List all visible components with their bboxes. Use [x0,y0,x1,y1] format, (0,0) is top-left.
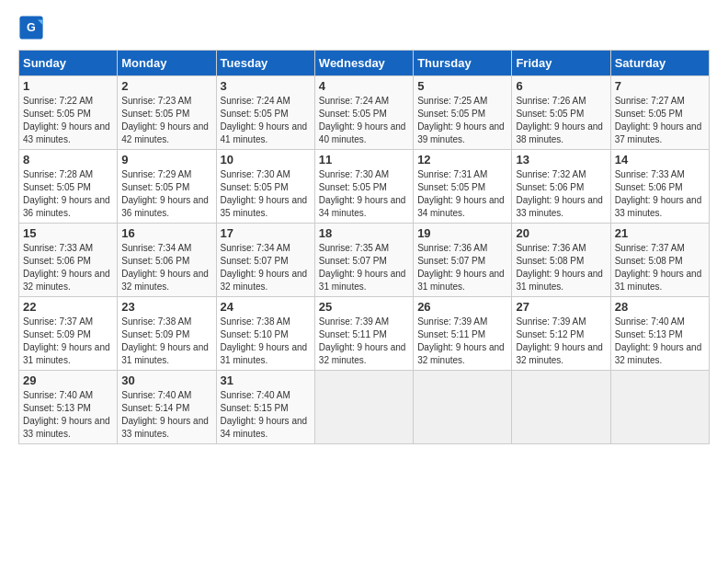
day-number: 13 [516,153,606,167]
day-number: 24 [221,300,311,314]
calendar-cell: 24Sunrise: 7:38 AM Sunset: 5:10 PM Dayli… [216,297,314,371]
day-info: Sunrise: 7:31 AM Sunset: 5:05 PM Dayligh… [417,168,507,220]
day-info: Sunrise: 7:33 AM Sunset: 5:06 PM Dayligh… [615,168,705,220]
day-number: 30 [121,373,211,387]
day-info: Sunrise: 7:36 AM Sunset: 5:07 PM Dayligh… [417,242,507,293]
day-info: Sunrise: 7:40 AM Sunset: 5:13 PM Dayligh… [615,316,705,367]
day-info: Sunrise: 7:30 AM Sunset: 5:05 PM Dayligh… [319,168,409,220]
day-info: Sunrise: 7:39 AM Sunset: 5:12 PM Dayligh… [516,316,606,367]
calendar-cell: 8Sunrise: 7:28 AM Sunset: 5:05 PM Daylig… [19,150,118,224]
day-number: 11 [319,153,409,167]
day-number: 5 [417,79,507,93]
day-number: 23 [121,300,211,314]
day-number: 4 [319,79,409,93]
calendar-cell: 7Sunrise: 7:27 AM Sunset: 5:05 PM Daylig… [610,76,709,150]
logo-icon: G [18,15,44,40]
day-info: Sunrise: 7:37 AM Sunset: 5:09 PM Dayligh… [23,316,113,367]
calendar-cell [414,371,512,444]
weekday-header: Saturday [610,51,709,76]
day-info: Sunrise: 7:34 AM Sunset: 5:06 PM Dayligh… [121,242,211,293]
calendar-cell: 26Sunrise: 7:39 AM Sunset: 5:11 PM Dayli… [414,297,512,371]
calendar-cell: 1Sunrise: 7:22 AM Sunset: 5:05 PM Daylig… [19,76,118,150]
header-row: G [18,15,710,40]
day-number: 19 [417,226,507,240]
day-info: Sunrise: 7:23 AM Sunset: 5:05 PM Dayligh… [121,95,211,146]
calendar-cell: 31Sunrise: 7:40 AM Sunset: 5:15 PM Dayli… [216,371,314,444]
calendar-week-row: 29Sunrise: 7:40 AM Sunset: 5:13 PM Dayli… [19,371,710,444]
day-info: Sunrise: 7:39 AM Sunset: 5:11 PM Dayligh… [319,316,409,367]
weekday-header: Tuesday [216,51,314,76]
calendar-cell: 11Sunrise: 7:30 AM Sunset: 5:05 PM Dayli… [314,150,413,224]
weekday-header: Friday [512,51,610,76]
logo: G [18,15,48,40]
calendar-cell: 27Sunrise: 7:39 AM Sunset: 5:12 PM Dayli… [512,297,610,371]
weekday-header: Wednesday [314,51,413,76]
day-number: 20 [516,226,606,240]
calendar-cell: 14Sunrise: 7:33 AM Sunset: 5:06 PM Dayli… [610,150,709,224]
calendar-week-row: 8Sunrise: 7:28 AM Sunset: 5:05 PM Daylig… [19,150,710,224]
day-number: 22 [23,300,113,314]
day-number: 25 [319,300,409,314]
day-number: 31 [221,373,311,387]
day-info: Sunrise: 7:26 AM Sunset: 5:05 PM Dayligh… [516,95,606,146]
day-number: 27 [516,300,606,314]
calendar-cell: 22Sunrise: 7:37 AM Sunset: 5:09 PM Dayli… [19,297,118,371]
calendar-table: SundayMondayTuesdayWednesdayThursdayFrid… [18,50,710,444]
day-info: Sunrise: 7:40 AM Sunset: 5:14 PM Dayligh… [121,389,211,441]
day-info: Sunrise: 7:39 AM Sunset: 5:11 PM Dayligh… [417,316,507,367]
calendar-container: G SundayMondayTuesdayWednesdayThursdayFr… [0,0,728,454]
calendar-cell: 13Sunrise: 7:32 AM Sunset: 5:06 PM Dayli… [512,150,610,224]
calendar-cell: 9Sunrise: 7:29 AM Sunset: 5:05 PM Daylig… [118,150,216,224]
day-info: Sunrise: 7:37 AM Sunset: 5:08 PM Dayligh… [615,242,705,293]
day-number: 7 [615,79,705,93]
day-number: 17 [221,226,311,240]
day-number: 21 [615,226,705,240]
day-info: Sunrise: 7:40 AM Sunset: 5:13 PM Dayligh… [23,389,113,441]
day-info: Sunrise: 7:24 AM Sunset: 5:05 PM Dayligh… [221,95,311,146]
day-info: Sunrise: 7:27 AM Sunset: 5:05 PM Dayligh… [615,95,705,146]
day-info: Sunrise: 7:30 AM Sunset: 5:05 PM Dayligh… [221,168,311,220]
calendar-week-row: 1Sunrise: 7:22 AM Sunset: 5:05 PM Daylig… [19,76,710,150]
calendar-cell: 21Sunrise: 7:37 AM Sunset: 5:08 PM Dayli… [610,224,709,297]
day-number: 15 [23,226,113,240]
day-number: 1 [23,79,113,93]
calendar-cell: 10Sunrise: 7:30 AM Sunset: 5:05 PM Dayli… [216,150,314,224]
calendar-cell: 25Sunrise: 7:39 AM Sunset: 5:11 PM Dayli… [314,297,413,371]
calendar-cell: 2Sunrise: 7:23 AM Sunset: 5:05 PM Daylig… [118,76,216,150]
calendar-header: SundayMondayTuesdayWednesdayThursdayFrid… [19,51,710,76]
day-number: 14 [615,153,705,167]
day-number: 3 [221,79,311,93]
day-number: 26 [417,300,507,314]
day-info: Sunrise: 7:33 AM Sunset: 5:06 PM Dayligh… [23,242,113,293]
calendar-cell: 29Sunrise: 7:40 AM Sunset: 5:13 PM Dayli… [19,371,118,444]
calendar-cell: 6Sunrise: 7:26 AM Sunset: 5:05 PM Daylig… [512,76,610,150]
calendar-week-row: 22Sunrise: 7:37 AM Sunset: 5:09 PM Dayli… [19,297,710,371]
day-info: Sunrise: 7:24 AM Sunset: 5:05 PM Dayligh… [319,95,409,146]
calendar-cell: 12Sunrise: 7:31 AM Sunset: 5:05 PM Dayli… [414,150,512,224]
day-info: Sunrise: 7:38 AM Sunset: 5:09 PM Dayligh… [121,316,211,367]
day-info: Sunrise: 7:25 AM Sunset: 5:05 PM Dayligh… [417,95,507,146]
calendar-cell: 17Sunrise: 7:34 AM Sunset: 5:07 PM Dayli… [216,224,314,297]
calendar-cell: 15Sunrise: 7:33 AM Sunset: 5:06 PM Dayli… [19,224,118,297]
day-number: 29 [23,373,113,387]
day-number: 28 [615,300,705,314]
weekday-header: Sunday [19,51,118,76]
day-info: Sunrise: 7:38 AM Sunset: 5:10 PM Dayligh… [221,316,311,367]
calendar-cell: 4Sunrise: 7:24 AM Sunset: 5:05 PM Daylig… [314,76,413,150]
day-info: Sunrise: 7:29 AM Sunset: 5:05 PM Dayligh… [121,168,211,220]
day-number: 16 [121,226,211,240]
calendar-cell [512,371,610,444]
calendar-cell: 18Sunrise: 7:35 AM Sunset: 5:07 PM Dayli… [314,224,413,297]
day-number: 2 [121,79,211,93]
day-number: 6 [516,79,606,93]
calendar-cell: 20Sunrise: 7:36 AM Sunset: 5:08 PM Dayli… [512,224,610,297]
day-info: Sunrise: 7:36 AM Sunset: 5:08 PM Dayligh… [516,242,606,293]
calendar-cell: 23Sunrise: 7:38 AM Sunset: 5:09 PM Dayli… [118,297,216,371]
day-info: Sunrise: 7:35 AM Sunset: 5:07 PM Dayligh… [319,242,409,293]
day-info: Sunrise: 7:34 AM Sunset: 5:07 PM Dayligh… [221,242,311,293]
calendar-cell: 16Sunrise: 7:34 AM Sunset: 5:06 PM Dayli… [118,224,216,297]
svg-text:G: G [27,21,36,34]
calendar-body: 1Sunrise: 7:22 AM Sunset: 5:05 PM Daylig… [19,76,710,444]
weekday-header: Monday [118,51,216,76]
day-number: 8 [23,153,113,167]
